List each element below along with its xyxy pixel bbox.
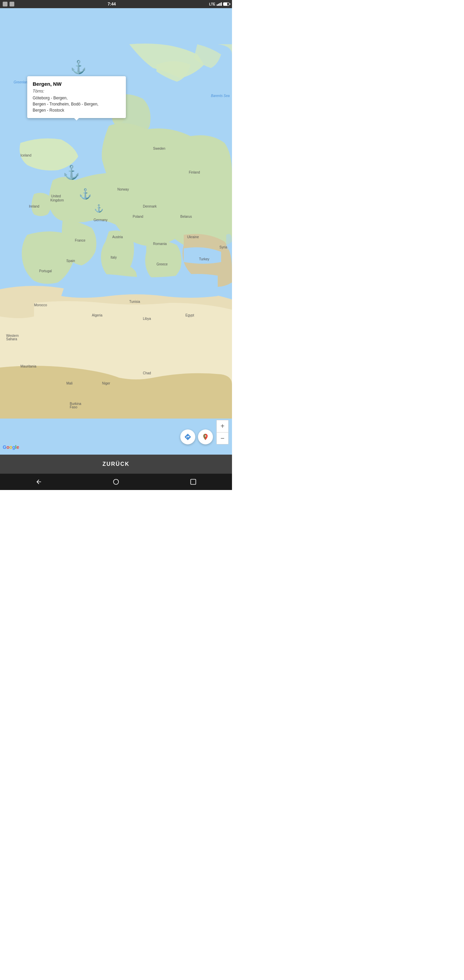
svg-text:Iceland: Iceland: [21, 153, 31, 157]
svg-text:Chad: Chad: [143, 371, 151, 375]
bottom-map-icons: [180, 430, 213, 444]
svg-text:Ireland: Ireland: [29, 205, 40, 208]
zoom-out-button[interactable]: −: [216, 432, 229, 444]
svg-text:Poland: Poland: [133, 215, 143, 218]
anchor-denmark-2[interactable]: ⚓: [94, 204, 104, 213]
svg-text:Turkey: Turkey: [199, 257, 209, 261]
svg-text:Belarus: Belarus: [180, 215, 192, 218]
svg-text:Tunisia: Tunisia: [129, 300, 140, 304]
map-controls: + −: [216, 420, 229, 444]
nav-recents-button[interactable]: [189, 478, 197, 486]
map-container[interactable]: Greenland Sea Barents Sea Iceland Sweden…: [0, 8, 232, 455]
svg-text:United: United: [51, 194, 61, 198]
svg-text:Egypt: Egypt: [185, 313, 194, 317]
svg-text:Syria: Syria: [219, 245, 227, 249]
svg-text:Austria: Austria: [112, 235, 123, 239]
back-bar[interactable]: ZURÜCK: [0, 455, 232, 474]
popup-routes: Göteborg - Bergen,Bergen - Trondheim, Bo…: [33, 95, 121, 113]
svg-text:Germany: Germany: [94, 218, 108, 222]
svg-text:Mauritania: Mauritania: [21, 364, 37, 368]
popup-title: Bergen, NW: [33, 81, 121, 87]
svg-rect-39: [191, 479, 196, 485]
nav-home-button[interactable]: [112, 478, 120, 486]
android-icon: [3, 2, 8, 6]
nav-bar: [0, 474, 232, 490]
svg-text:Spain: Spain: [66, 259, 75, 263]
svg-text:Sahara: Sahara: [6, 337, 17, 341]
maps-button[interactable]: [198, 430, 213, 444]
battery-icon: [223, 2, 229, 6]
svg-text:Finland: Finland: [189, 170, 200, 174]
directions-button[interactable]: [180, 430, 195, 444]
svg-text:Mali: Mali: [66, 382, 73, 385]
signal-bars: [217, 2, 222, 6]
popup-label: Törns:: [33, 89, 121, 94]
zoom-in-button[interactable]: +: [216, 420, 229, 432]
svg-text:Italy: Italy: [111, 256, 117, 259]
svg-text:Portugal: Portugal: [39, 269, 52, 273]
anchor-bergen[interactable]: ⚓: [63, 164, 80, 180]
status-time: 7:44: [108, 2, 116, 6]
svg-text:Kingdom: Kingdom: [50, 198, 64, 202]
svg-text:Google: Google: [3, 444, 19, 450]
svg-text:Sweden: Sweden: [153, 147, 165, 150]
lte-indicator: LTE: [209, 2, 215, 6]
svg-text:Morocco: Morocco: [34, 303, 47, 307]
status-bar: 7:44 LTE: [0, 0, 232, 8]
svg-text:Ukraine: Ukraine: [187, 235, 199, 239]
svg-text:Algeria: Algeria: [92, 313, 103, 317]
svg-text:Greece: Greece: [156, 262, 168, 266]
svg-point-38: [113, 479, 118, 485]
info-popup[interactable]: Bergen, NW Törns: Göteborg - Bergen,Berg…: [27, 76, 126, 118]
sim-icon: [10, 2, 14, 6]
anchor-svalbard[interactable]: ⚓: [70, 59, 87, 75]
svg-text:Libya: Libya: [143, 317, 151, 321]
google-logo: Google: [3, 444, 21, 452]
svg-text:Denmark: Denmark: [143, 205, 157, 208]
anchor-denmark[interactable]: ⚓: [79, 188, 92, 200]
svg-text:France: France: [75, 239, 86, 242]
svg-text:Norway: Norway: [118, 188, 129, 191]
svg-text:Niger: Niger: [102, 382, 111, 385]
svg-text:Faso: Faso: [70, 405, 78, 409]
nav-back-button[interactable]: [35, 478, 43, 486]
back-label: ZURÜCK: [102, 461, 130, 467]
svg-text:Romania: Romania: [153, 242, 167, 246]
svg-text:Barents Sea: Barents Sea: [211, 94, 230, 98]
